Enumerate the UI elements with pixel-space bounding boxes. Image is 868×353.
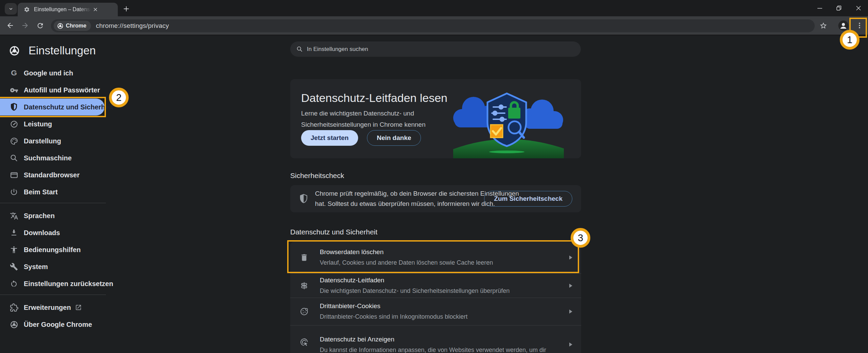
chrome-logo-icon [10, 320, 18, 329]
settings-search[interactable] [290, 41, 581, 57]
power-icon [10, 188, 18, 196]
window-restore-button[interactable] [829, 0, 849, 16]
star-icon [819, 22, 827, 30]
browser-window-icon [10, 171, 18, 179]
privacy-shield-illustration [453, 91, 565, 158]
external-link-icon [75, 304, 82, 311]
window-controls [810, 0, 868, 16]
download-icon [10, 228, 18, 237]
chevron-right-icon [569, 342, 572, 347]
row-title: Drittanbieter-Cookies [320, 302, 554, 310]
annotation-box-browserdaten [287, 240, 579, 273]
chrome-logo-icon [57, 23, 63, 29]
row-subtitle: Du kannst die Informationen anpassen, di… [320, 346, 554, 353]
annotation-box-sidebar-item [0, 97, 106, 117]
restore-icon [836, 5, 842, 11]
row-drittanbieter-cookies[interactable]: Drittanbieter-Cookies Drittanbieter-Cook… [290, 298, 581, 325]
site-chip[interactable]: Chrome [54, 21, 91, 31]
shield-half-icon [299, 194, 308, 204]
window-close-button[interactable] [849, 0, 868, 16]
search-input[interactable] [307, 46, 511, 53]
forward-button[interactable] [18, 19, 32, 32]
row-datenschutz-bei-anzeigen[interactable]: Datenschutz bei Anzeigen Du kannst die I… [290, 325, 581, 353]
translate-icon [10, 211, 18, 220]
back-button[interactable] [3, 19, 17, 32]
row-subtitle: Die wichtigsten Datenschutz- und Sicherh… [320, 287, 554, 295]
sidebar-item-suchmaschine[interactable]: Suchmaschine [0, 149, 105, 166]
sidebar-item-bedienungshilfen[interactable]: Bedienungshilfen [0, 241, 105, 258]
shield-shadow [489, 151, 524, 153]
browser-window: Einstellungen – Datenschutz un [0, 0, 868, 353]
sidebar-item-leistung[interactable]: Leistung [0, 116, 105, 133]
key-icon [10, 86, 18, 94]
sidebar-item-downloads[interactable]: Downloads [0, 224, 105, 241]
checklist-icon [491, 125, 503, 138]
sidebar-item-google-und-ich[interactable]: G Google und ich [0, 65, 105, 82]
sidebar-item-darstellung[interactable]: Darstellung [0, 133, 105, 149]
tab-title: Einstellungen – Datenschutz un [34, 6, 91, 13]
sidebar-item-erweiterungen[interactable]: Erweiterungen [0, 299, 105, 316]
divider [0, 203, 106, 203]
safety-check-button[interactable]: Zum Sicherheitscheck [484, 191, 572, 207]
sidebar-item-einstellungen-zuruecksetzen[interactable]: Einstellungen zurücksetzen [0, 275, 105, 292]
sidebar-item-standardbrowser[interactable]: Standardbrowser [0, 166, 105, 183]
guide-card-title: Datenschutz-Leitfaden lesen [301, 91, 447, 105]
reload-button[interactable] [33, 19, 47, 32]
annotation-step-3: 3 [571, 228, 590, 248]
page-title: Einstellungen [29, 44, 96, 57]
forward-arrow-icon [21, 21, 29, 30]
tab-strip: Einstellungen – Datenschutz un [0, 0, 868, 16]
search-icon [296, 46, 303, 52]
row-title: Datenschutz-Leitfaden [320, 277, 554, 284]
address-bar[interactable]: Chrome chrome://settings/privacy [51, 19, 815, 32]
wrench-icon [10, 262, 18, 271]
row-title: Datenschutz bei Anzeigen [320, 336, 554, 343]
annotation-step-1: 1 [840, 30, 860, 50]
tab-einstellungen[interactable]: Einstellungen – Datenschutz un [18, 3, 118, 16]
person-icon [838, 20, 849, 31]
puzzle-icon [10, 303, 18, 312]
chrome-logo-icon [9, 46, 20, 56]
accessibility-icon [10, 245, 18, 254]
privacy-section-heading: Datenschutz und Sicherheit [290, 228, 377, 236]
sidebar-item-sprachen[interactable]: Sprachen [0, 207, 105, 224]
settings-page: Einstellungen G Google und ich Autofill … [0, 36, 868, 353]
privacy-guide-card: Datenschutz-Leitfaden lesen Lerne die wi… [290, 79, 581, 158]
row-subtitle: Drittanbieter-Cookies sind im Inkognitom… [320, 313, 554, 321]
row-datenschutz-leitfaden[interactable]: Datenschutz-Leitfaden Die wichtigsten Da… [290, 273, 581, 298]
reload-icon [36, 22, 44, 30]
start-now-button[interactable]: Jetzt starten [301, 130, 358, 146]
search-icon [10, 154, 18, 162]
safety-check-card: Chrome prüft regelmäßig, ob dein Browser… [290, 185, 581, 212]
tab-search-button[interactable] [5, 3, 17, 15]
browser-toolbar: Chrome chrome://settings/privacy [0, 16, 868, 35]
site-chip-label: Chrome [66, 23, 86, 29]
palette-icon [10, 137, 18, 145]
new-tab-button[interactable] [121, 3, 132, 14]
minimize-icon [817, 5, 823, 11]
close-icon [856, 5, 861, 11]
chevron-right-icon [569, 310, 572, 314]
chevron-down-icon [8, 6, 14, 12]
chevron-right-icon [569, 284, 572, 288]
back-arrow-icon [6, 21, 14, 30]
no-thanks-button[interactable]: Nein danke [367, 130, 421, 146]
settings-header: Einstellungen [9, 44, 96, 57]
window-minimize-button[interactable] [810, 0, 829, 16]
bookmark-button[interactable] [816, 19, 830, 32]
tab-close-button[interactable] [91, 5, 100, 14]
speedometer-icon [10, 120, 18, 128]
safety-check-heading: Sicherheitscheck [290, 172, 344, 180]
google-g-icon: G [10, 69, 18, 77]
sidebar-item-autofill[interactable]: Autofill und Passwörter [0, 82, 105, 99]
plus-icon [123, 5, 130, 12]
sidebar-item-system[interactable]: System [0, 258, 105, 275]
cookie-icon [300, 307, 309, 316]
signpost-icon [300, 281, 309, 290]
sidebar-item-beim-start[interactable]: Beim Start [0, 183, 105, 200]
annotation-step-2: 2 [109, 88, 129, 107]
guide-card-subtitle: Lerne die wichtigsten Datenschutz- und S… [301, 108, 426, 130]
close-icon [93, 7, 98, 12]
sidebar-item-ueber-google-chrome[interactable]: Über Google Chrome [0, 316, 105, 333]
url-text[interactable]: chrome://settings/privacy [96, 22, 169, 30]
